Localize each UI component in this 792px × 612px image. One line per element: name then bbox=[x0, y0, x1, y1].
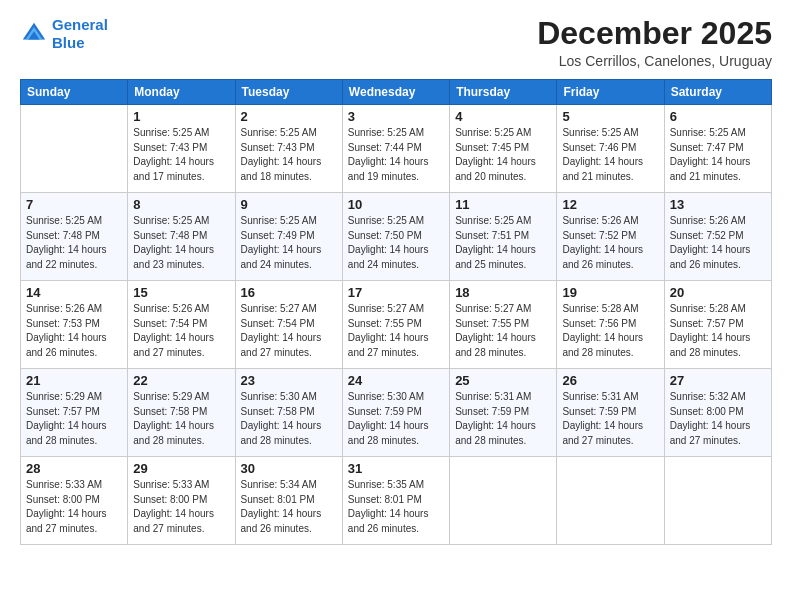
cell-info: Sunrise: 5:25 AM Sunset: 7:49 PM Dayligh… bbox=[241, 214, 337, 272]
calendar-cell: 9Sunrise: 5:25 AM Sunset: 7:49 PM Daylig… bbox=[235, 193, 342, 281]
calendar-week-2: 7Sunrise: 5:25 AM Sunset: 7:48 PM Daylig… bbox=[21, 193, 772, 281]
cell-info: Sunrise: 5:27 AM Sunset: 7:55 PM Dayligh… bbox=[455, 302, 551, 360]
calendar-week-4: 21Sunrise: 5:29 AM Sunset: 7:57 PM Dayli… bbox=[21, 369, 772, 457]
calendar-cell: 13Sunrise: 5:26 AM Sunset: 7:52 PM Dayli… bbox=[664, 193, 771, 281]
day-number: 13 bbox=[670, 197, 766, 212]
calendar-header-sunday: Sunday bbox=[21, 80, 128, 105]
calendar-cell: 27Sunrise: 5:32 AM Sunset: 8:00 PM Dayli… bbox=[664, 369, 771, 457]
calendar-cell: 12Sunrise: 5:26 AM Sunset: 7:52 PM Dayli… bbox=[557, 193, 664, 281]
logo-line2: Blue bbox=[52, 34, 85, 51]
cell-info: Sunrise: 5:30 AM Sunset: 7:58 PM Dayligh… bbox=[241, 390, 337, 448]
location: Los Cerrillos, Canelones, Uruguay bbox=[537, 53, 772, 69]
page: General Blue December 2025 Los Cerrillos… bbox=[0, 0, 792, 612]
cell-info: Sunrise: 5:25 AM Sunset: 7:43 PM Dayligh… bbox=[133, 126, 229, 184]
cell-info: Sunrise: 5:25 AM Sunset: 7:43 PM Dayligh… bbox=[241, 126, 337, 184]
day-number: 28 bbox=[26, 461, 122, 476]
day-number: 5 bbox=[562, 109, 658, 124]
cell-info: Sunrise: 5:25 AM Sunset: 7:44 PM Dayligh… bbox=[348, 126, 444, 184]
cell-info: Sunrise: 5:26 AM Sunset: 7:54 PM Dayligh… bbox=[133, 302, 229, 360]
day-number: 27 bbox=[670, 373, 766, 388]
calendar-cell: 30Sunrise: 5:34 AM Sunset: 8:01 PM Dayli… bbox=[235, 457, 342, 545]
day-number: 31 bbox=[348, 461, 444, 476]
day-number: 6 bbox=[670, 109, 766, 124]
calendar: SundayMondayTuesdayWednesdayThursdayFrid… bbox=[20, 79, 772, 545]
calendar-week-3: 14Sunrise: 5:26 AM Sunset: 7:53 PM Dayli… bbox=[21, 281, 772, 369]
cell-info: Sunrise: 5:25 AM Sunset: 7:50 PM Dayligh… bbox=[348, 214, 444, 272]
day-number: 8 bbox=[133, 197, 229, 212]
calendar-cell bbox=[664, 457, 771, 545]
header: General Blue December 2025 Los Cerrillos… bbox=[20, 16, 772, 69]
calendar-cell: 25Sunrise: 5:31 AM Sunset: 7:59 PM Dayli… bbox=[450, 369, 557, 457]
calendar-cell: 23Sunrise: 5:30 AM Sunset: 7:58 PM Dayli… bbox=[235, 369, 342, 457]
cell-info: Sunrise: 5:33 AM Sunset: 8:00 PM Dayligh… bbox=[26, 478, 122, 536]
calendar-cell: 10Sunrise: 5:25 AM Sunset: 7:50 PM Dayli… bbox=[342, 193, 449, 281]
calendar-cell: 22Sunrise: 5:29 AM Sunset: 7:58 PM Dayli… bbox=[128, 369, 235, 457]
cell-info: Sunrise: 5:25 AM Sunset: 7:47 PM Dayligh… bbox=[670, 126, 766, 184]
cell-info: Sunrise: 5:26 AM Sunset: 7:52 PM Dayligh… bbox=[562, 214, 658, 272]
calendar-cell: 18Sunrise: 5:27 AM Sunset: 7:55 PM Dayli… bbox=[450, 281, 557, 369]
calendar-cell: 8Sunrise: 5:25 AM Sunset: 7:48 PM Daylig… bbox=[128, 193, 235, 281]
cell-info: Sunrise: 5:26 AM Sunset: 7:53 PM Dayligh… bbox=[26, 302, 122, 360]
day-number: 10 bbox=[348, 197, 444, 212]
calendar-cell: 11Sunrise: 5:25 AM Sunset: 7:51 PM Dayli… bbox=[450, 193, 557, 281]
logo: General Blue bbox=[20, 16, 108, 52]
cell-info: Sunrise: 5:27 AM Sunset: 7:54 PM Dayligh… bbox=[241, 302, 337, 360]
day-number: 26 bbox=[562, 373, 658, 388]
cell-info: Sunrise: 5:27 AM Sunset: 7:55 PM Dayligh… bbox=[348, 302, 444, 360]
day-number: 25 bbox=[455, 373, 551, 388]
logo-line1: General bbox=[52, 16, 108, 33]
calendar-header-saturday: Saturday bbox=[664, 80, 771, 105]
cell-info: Sunrise: 5:25 AM Sunset: 7:51 PM Dayligh… bbox=[455, 214, 551, 272]
calendar-cell bbox=[21, 105, 128, 193]
day-number: 7 bbox=[26, 197, 122, 212]
cell-info: Sunrise: 5:29 AM Sunset: 7:58 PM Dayligh… bbox=[133, 390, 229, 448]
month-title: December 2025 bbox=[537, 16, 772, 51]
day-number: 11 bbox=[455, 197, 551, 212]
cell-info: Sunrise: 5:32 AM Sunset: 8:00 PM Dayligh… bbox=[670, 390, 766, 448]
day-number: 9 bbox=[241, 197, 337, 212]
calendar-header-tuesday: Tuesday bbox=[235, 80, 342, 105]
calendar-cell: 14Sunrise: 5:26 AM Sunset: 7:53 PM Dayli… bbox=[21, 281, 128, 369]
calendar-week-1: 1Sunrise: 5:25 AM Sunset: 7:43 PM Daylig… bbox=[21, 105, 772, 193]
calendar-header-wednesday: Wednesday bbox=[342, 80, 449, 105]
day-number: 16 bbox=[241, 285, 337, 300]
day-number: 20 bbox=[670, 285, 766, 300]
calendar-cell: 16Sunrise: 5:27 AM Sunset: 7:54 PM Dayli… bbox=[235, 281, 342, 369]
cell-info: Sunrise: 5:35 AM Sunset: 8:01 PM Dayligh… bbox=[348, 478, 444, 536]
calendar-cell: 19Sunrise: 5:28 AM Sunset: 7:56 PM Dayli… bbox=[557, 281, 664, 369]
calendar-cell bbox=[450, 457, 557, 545]
calendar-cell: 28Sunrise: 5:33 AM Sunset: 8:00 PM Dayli… bbox=[21, 457, 128, 545]
calendar-cell: 3Sunrise: 5:25 AM Sunset: 7:44 PM Daylig… bbox=[342, 105, 449, 193]
logo-icon bbox=[20, 20, 48, 48]
day-number: 29 bbox=[133, 461, 229, 476]
day-number: 17 bbox=[348, 285, 444, 300]
day-number: 14 bbox=[26, 285, 122, 300]
calendar-cell: 17Sunrise: 5:27 AM Sunset: 7:55 PM Dayli… bbox=[342, 281, 449, 369]
cell-info: Sunrise: 5:25 AM Sunset: 7:48 PM Dayligh… bbox=[133, 214, 229, 272]
day-number: 12 bbox=[562, 197, 658, 212]
cell-info: Sunrise: 5:29 AM Sunset: 7:57 PM Dayligh… bbox=[26, 390, 122, 448]
day-number: 4 bbox=[455, 109, 551, 124]
cell-info: Sunrise: 5:31 AM Sunset: 7:59 PM Dayligh… bbox=[455, 390, 551, 448]
calendar-cell: 26Sunrise: 5:31 AM Sunset: 7:59 PM Dayli… bbox=[557, 369, 664, 457]
day-number: 15 bbox=[133, 285, 229, 300]
cell-info: Sunrise: 5:26 AM Sunset: 7:52 PM Dayligh… bbox=[670, 214, 766, 272]
cell-info: Sunrise: 5:31 AM Sunset: 7:59 PM Dayligh… bbox=[562, 390, 658, 448]
day-number: 23 bbox=[241, 373, 337, 388]
calendar-cell: 7Sunrise: 5:25 AM Sunset: 7:48 PM Daylig… bbox=[21, 193, 128, 281]
calendar-header-row: SundayMondayTuesdayWednesdayThursdayFrid… bbox=[21, 80, 772, 105]
calendar-cell: 5Sunrise: 5:25 AM Sunset: 7:46 PM Daylig… bbox=[557, 105, 664, 193]
calendar-cell: 29Sunrise: 5:33 AM Sunset: 8:00 PM Dayli… bbox=[128, 457, 235, 545]
day-number: 2 bbox=[241, 109, 337, 124]
calendar-cell: 21Sunrise: 5:29 AM Sunset: 7:57 PM Dayli… bbox=[21, 369, 128, 457]
calendar-cell bbox=[557, 457, 664, 545]
logo-text: General Blue bbox=[52, 16, 108, 52]
title-block: December 2025 Los Cerrillos, Canelones, … bbox=[537, 16, 772, 69]
day-number: 3 bbox=[348, 109, 444, 124]
calendar-cell: 31Sunrise: 5:35 AM Sunset: 8:01 PM Dayli… bbox=[342, 457, 449, 545]
calendar-cell: 24Sunrise: 5:30 AM Sunset: 7:59 PM Dayli… bbox=[342, 369, 449, 457]
cell-info: Sunrise: 5:25 AM Sunset: 7:48 PM Dayligh… bbox=[26, 214, 122, 272]
cell-info: Sunrise: 5:28 AM Sunset: 7:57 PM Dayligh… bbox=[670, 302, 766, 360]
calendar-cell: 15Sunrise: 5:26 AM Sunset: 7:54 PM Dayli… bbox=[128, 281, 235, 369]
cell-info: Sunrise: 5:33 AM Sunset: 8:00 PM Dayligh… bbox=[133, 478, 229, 536]
